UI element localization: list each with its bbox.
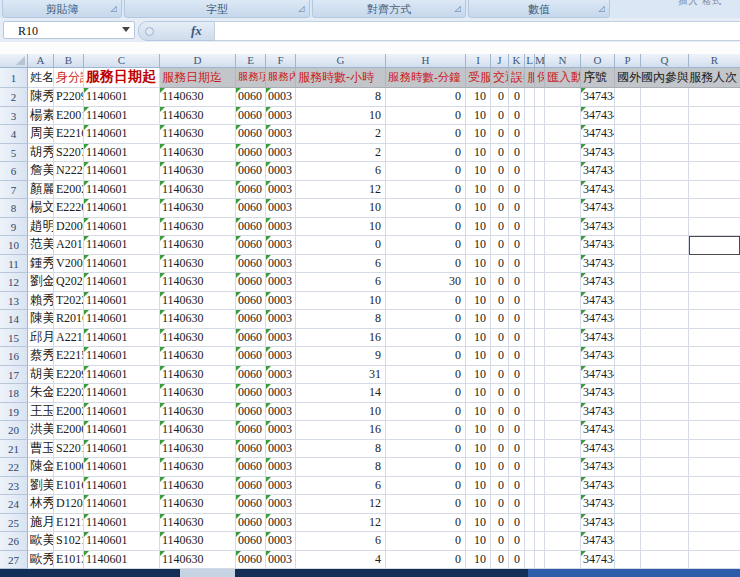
cell-F27[interactable]: 0003 [266, 551, 296, 570]
cell-H4[interactable]: 0 [386, 125, 466, 144]
cell-R21[interactable] [689, 440, 740, 459]
cell-L17[interactable] [525, 366, 535, 385]
cell-J19[interactable]: 0 [491, 403, 509, 422]
cell-K5[interactable]: 0 [509, 144, 525, 163]
cell-F12[interactable]: 0003 [266, 273, 296, 292]
cell-F26[interactable]: 0003 [266, 532, 296, 551]
cell-N12[interactable] [545, 273, 581, 292]
row-header-26[interactable]: 26 [0, 532, 28, 551]
cell-B19[interactable]: E2002 [54, 403, 84, 422]
cell-I9[interactable]: 10 [466, 218, 491, 237]
cell-J22[interactable]: 0 [491, 458, 509, 477]
cell-F11[interactable]: 0003 [266, 255, 296, 274]
row-header-12[interactable]: 12 [0, 273, 28, 292]
cell-B26[interactable]: S1021 [54, 532, 84, 551]
cell-O15[interactable]: 347434796 [581, 329, 615, 348]
cell-R26[interactable] [689, 532, 740, 551]
cell-O9[interactable]: 347434791 [581, 218, 615, 237]
cell-N15[interactable] [545, 329, 581, 348]
cell-H13[interactable]: 0 [386, 292, 466, 311]
cell-N23[interactable] [545, 477, 581, 496]
cell-F13[interactable]: 0003 [266, 292, 296, 311]
cell-L16[interactable] [525, 347, 535, 366]
name-box[interactable]: R10 [3, 21, 135, 39]
cell-J1[interactable]: 交通費 [491, 68, 509, 88]
cell-A27[interactable]: 歐秀 [28, 551, 54, 570]
cell-G24[interactable]: 12 [296, 495, 386, 514]
cell-G13[interactable]: 10 [296, 292, 386, 311]
cell-R6[interactable] [689, 162, 740, 181]
cell-D23[interactable]: 1140630 [160, 477, 236, 496]
cell-K11[interactable]: 0 [509, 255, 525, 274]
cell-K6[interactable]: 0 [509, 162, 525, 181]
column-header-F[interactable]: F [266, 54, 296, 68]
cell-J6[interactable]: 0 [491, 162, 509, 181]
cell-R25[interactable] [689, 514, 740, 533]
cell-G7[interactable]: 12 [296, 181, 386, 200]
cell-B20[interactable]: E2000 [54, 421, 84, 440]
cell-P4[interactable] [615, 125, 641, 144]
cell-J21[interactable]: 0 [491, 440, 509, 459]
cell-J4[interactable]: 0 [491, 125, 509, 144]
column-header-D[interactable]: D [160, 54, 236, 68]
cell-A10[interactable]: 范美 [28, 236, 54, 255]
cell-N24[interactable] [545, 495, 581, 514]
cell-K8[interactable]: 0 [509, 199, 525, 218]
cell-I21[interactable]: 10 [466, 440, 491, 459]
cell-A12[interactable]: 劉金 [28, 273, 54, 292]
row-header-4[interactable]: 4 [0, 125, 28, 144]
cell-J14[interactable]: 0 [491, 310, 509, 329]
cell-F20[interactable]: 0003 [266, 421, 296, 440]
column-header-J[interactable]: J [491, 54, 509, 68]
cell-P18[interactable] [615, 384, 641, 403]
cell-J17[interactable]: 0 [491, 366, 509, 385]
cell-H2[interactable]: 0 [386, 88, 466, 107]
cell-O17[interactable]: 347434795 [581, 366, 615, 385]
cell-J12[interactable]: 0 [491, 273, 509, 292]
cell-C5[interactable]: 1140601 [84, 144, 160, 163]
cell-L15[interactable] [525, 329, 535, 348]
cell-P22[interactable] [615, 458, 641, 477]
cell-P17[interactable] [615, 366, 641, 385]
cell-M17[interactable] [535, 366, 545, 385]
row-header-19[interactable]: 19 [0, 403, 28, 422]
cell-C20[interactable]: 1140601 [84, 421, 160, 440]
dialog-launcher-icon[interactable]: ◿ [453, 4, 462, 13]
cell-D5[interactable]: 1140630 [160, 144, 236, 163]
cell-I24[interactable]: 10 [466, 495, 491, 514]
cell-C27[interactable]: 1140601 [84, 551, 160, 570]
cell-L26[interactable] [525, 532, 535, 551]
cell-A11[interactable]: 鍾秀 [28, 255, 54, 274]
cell-Q17[interactable] [641, 366, 689, 385]
cell-M10[interactable] [535, 236, 545, 255]
cell-E15[interactable]: 0060 [236, 329, 266, 348]
cell-K13[interactable]: 0 [509, 292, 525, 311]
row-header-21[interactable]: 21 [0, 440, 28, 459]
sheet-tab[interactable] [180, 569, 235, 577]
dialog-launcher-icon[interactable]: ◿ [597, 4, 606, 13]
cell-D7[interactable]: 1140630 [160, 181, 236, 200]
row-header-23[interactable]: 23 [0, 477, 28, 496]
cell-Q10[interactable] [641, 236, 689, 255]
cell-L21[interactable] [525, 440, 535, 459]
cell-I6[interactable]: 10 [466, 162, 491, 181]
cell-C9[interactable]: 1140601 [84, 218, 160, 237]
cell-K21[interactable]: 0 [509, 440, 525, 459]
cell-M8[interactable] [535, 199, 545, 218]
cell-O19[interactable]: 347434798 [581, 403, 615, 422]
cell-E8[interactable]: 0060 [236, 199, 266, 218]
column-header-E[interactable]: E [236, 54, 266, 68]
cell-F4[interactable]: 0003 [266, 125, 296, 144]
cell-Q2[interactable] [641, 88, 689, 107]
cell-N3[interactable] [545, 107, 581, 126]
cell-N10[interactable] [545, 236, 581, 255]
cell-N20[interactable] [545, 421, 581, 440]
cell-C22[interactable]: 1140601 [84, 458, 160, 477]
cell-D10[interactable]: 1140630 [160, 236, 236, 255]
cell-H25[interactable]: 0 [386, 514, 466, 533]
cell-F9[interactable]: 0003 [266, 218, 296, 237]
cell-P10[interactable] [615, 236, 641, 255]
cell-K15[interactable]: 0 [509, 329, 525, 348]
cell-N11[interactable] [545, 255, 581, 274]
cell-R13[interactable] [689, 292, 740, 311]
